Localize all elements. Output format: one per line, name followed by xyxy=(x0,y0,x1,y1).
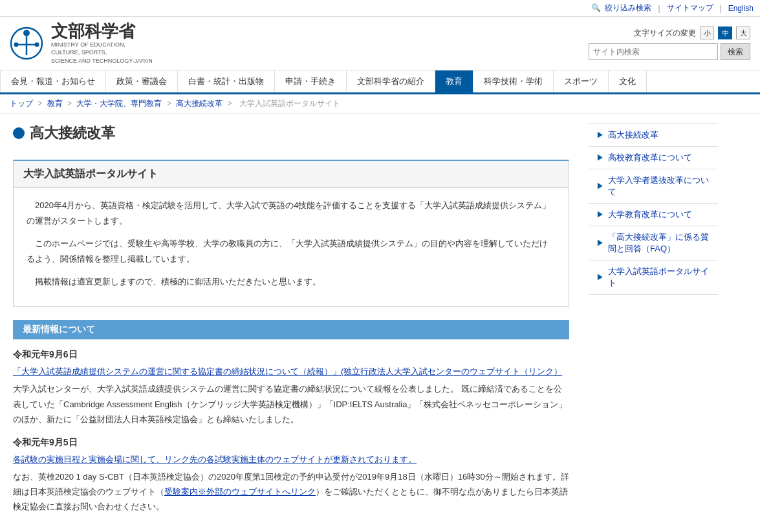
search-button[interactable]: 検索 xyxy=(721,43,750,60)
title-dot xyxy=(13,127,25,139)
main-nav: 会見・報道・お知らせ政策・審議会白書・統計・出版物申請・手続き文部科学省の紹介教… xyxy=(0,70,760,94)
nav-link[interactable]: 文化 xyxy=(609,70,647,92)
utility-bar: 🔍 絞り込み検索 | サイトマップ | English xyxy=(0,0,760,17)
sidebar-item-label: 大学入学者選抜改革について xyxy=(608,175,710,198)
sidebar-item-0[interactable]: ▶高大接続改革 xyxy=(589,123,718,147)
sidebar-item-1[interactable]: ▶高校教育改革について xyxy=(589,147,718,169)
sidebar: ▶高大接続改革▶高校教育改革について▶大学入学者選抜改革について▶大学教育改革に… xyxy=(582,114,724,529)
chevron-right-icon: ▶ xyxy=(596,130,604,141)
svg-point-5 xyxy=(35,43,39,47)
sidebar-item-3[interactable]: ▶大学教育改革について xyxy=(589,204,718,226)
nav-item: 会見・報道・お知らせ xyxy=(0,70,106,92)
breadcrumb: トップ > 教育 > 大学・大学院、専門教育 > 高大接続改革 > 大学入試英語… xyxy=(0,94,760,114)
news-entries: 令和元年9月6日「大学入試英語成績提供システムの運営に関する協定書の締結状況につ… xyxy=(13,349,569,514)
breadcrumb-separator: > xyxy=(36,99,45,108)
search-icon: 🔍 xyxy=(591,3,601,12)
news-body: 大学入試センターが、大学入試英語成績提供システムの運営に関する協定書の締結状況に… xyxy=(13,381,569,427)
search-input[interactable] xyxy=(589,43,718,60)
nav-link[interactable]: 白書・統計・出版物 xyxy=(178,70,275,92)
news-section: 最新情報について 令和元年9月6日「大学入試英語成績提供システムの運営に関する協… xyxy=(13,320,569,514)
nav-item: 文化 xyxy=(609,70,647,92)
breadcrumb-link[interactable]: 教育 xyxy=(47,99,63,108)
nav-link[interactable]: 申請・手続き xyxy=(275,70,347,92)
svg-point-1 xyxy=(23,30,30,36)
nav-link[interactable]: 科学技術・学術 xyxy=(473,70,554,92)
divider2: | xyxy=(720,4,722,13)
main-content: 高大接続改革 大学入試英語ポータルサイト 2020年4月から、英語資格・検定試験… xyxy=(0,114,582,529)
chevron-right-icon: ▶ xyxy=(596,272,604,283)
font-medium-btn[interactable]: 中 xyxy=(718,27,732,39)
news-link[interactable]: 各試験の実施日程と実施会場に関して、リンク先の各試験実施主体のウェブサイトが更新… xyxy=(13,454,569,465)
breadcrumb-link[interactable]: 大学・大学院、専門教育 xyxy=(76,99,162,108)
news-date: 令和元年9月5日 xyxy=(13,437,569,449)
page-title: 高大接続改革 xyxy=(30,123,115,143)
divider1: | xyxy=(658,4,660,13)
font-size-control: 文字サイズの変更 小 中 大 xyxy=(634,27,750,39)
sidebar-items-container: ▶高大接続改革▶高校教育改革について▶大学入学者選抜改革について▶大学教育改革に… xyxy=(589,123,718,295)
sidebar-item-label: 高大接続改革 xyxy=(608,129,658,141)
logo-text: 文部科学省 MINISTRY OF EDUCATION, CULTURE, SP… xyxy=(51,22,153,65)
page-container: 高大接続改革 大学入試英語ポータルサイト 2020年4月から、英語資格・検定試験… xyxy=(0,114,760,529)
header-right: 文字サイズの変更 小 中 大 検索 xyxy=(589,27,750,60)
breadcrumb-separator: > xyxy=(65,99,74,108)
content-para1: 2020年4月から、英語資格・検定試験を活用して、大学入試で英語の4技能を評価す… xyxy=(27,198,556,228)
advanced-search-link[interactable]: 🔍 絞り込み検索 xyxy=(591,3,651,14)
sidebar-item-2[interactable]: ▶大学入学者選抜改革について xyxy=(589,169,718,204)
news-inline-link[interactable]: 受験案内※外部のウェブサイトへリンク xyxy=(164,487,316,496)
breadcrumb-link[interactable]: トップ xyxy=(10,99,33,108)
font-large-btn[interactable]: 大 xyxy=(736,27,750,39)
sidebar-item-label: 大学教育改革について xyxy=(608,209,692,220)
sidebar-item-label: 高校教育改革について xyxy=(608,152,692,164)
sidebar-item-label: 大学入試英語ポータルサイト xyxy=(608,266,710,289)
sidebar-item-4[interactable]: ▶「高大接続改革」に係る質問と回答（FAQ） xyxy=(589,226,718,261)
logo-ministry: MINISTRY OF EDUCATION, CULTURE, SPORTS, … xyxy=(51,41,153,65)
nav-item: 文部科学省の紹介 xyxy=(347,70,435,92)
content-para2: このホームページでは、受験生や高等学校、大学の教職員の方に、「大学入試英語成績提… xyxy=(27,236,556,266)
chevron-right-icon: ▶ xyxy=(596,153,604,164)
nav-link[interactable]: スポーツ xyxy=(554,70,609,92)
nav-link[interactable]: 会見・報道・お知らせ xyxy=(0,70,106,92)
news-section-header: 最新情報について xyxy=(13,320,569,339)
news-link[interactable]: 「大学入試英語成績提供システムの運営に関する協定書の締結状況について（続報）」(… xyxy=(13,366,569,378)
chevron-right-icon: ▶ xyxy=(596,181,604,192)
content-box-body: 2020年4月から、英語資格・検定試験を活用して、大学入試で英語の4技能を評価す… xyxy=(14,188,569,306)
search-form: 検索 xyxy=(589,43,750,60)
header: 文部科学省 MINISTRY OF EDUCATION, CULTURE, SP… xyxy=(0,17,760,70)
chevron-right-icon: ▶ xyxy=(596,209,604,220)
nav-item: 教育 xyxy=(435,70,473,92)
content-box: 大学入試英語ポータルサイト 2020年4月から、英語資格・検定試験を活用して、大… xyxy=(13,160,569,307)
sitemap-link[interactable]: サイトマップ xyxy=(667,3,713,14)
nav-item: 申請・手続き xyxy=(275,70,347,92)
nav-link[interactable]: 文部科学省の紹介 xyxy=(347,70,435,92)
content-box-header: 大学入試英語ポータルサイト xyxy=(14,161,569,188)
svg-point-4 xyxy=(14,43,19,47)
logo-icon xyxy=(10,27,43,60)
breadcrumb-current: 大学入試英語ポータルサイト xyxy=(239,99,340,108)
content-para3: 掲載情報は適宜更新しますので、積極的に御活用いただきたいと思います。 xyxy=(27,274,556,289)
font-small-btn[interactable]: 小 xyxy=(700,27,714,39)
sidebar-item-5[interactable]: ▶大学入試英語ポータルサイト xyxy=(589,261,718,295)
header-left: 文部科学省 MINISTRY OF EDUCATION, CULTURE, SP… xyxy=(10,22,153,65)
nav-item: 科学技術・学術 xyxy=(473,70,554,92)
sidebar-item-label: 「高大接続改革」に係る質問と回答（FAQ） xyxy=(608,231,710,255)
english-link[interactable]: English xyxy=(728,4,754,13)
breadcrumb-link[interactable]: 高大接続改革 xyxy=(176,99,223,108)
breadcrumb-separator: > xyxy=(164,99,173,108)
chevron-right-icon: ▶ xyxy=(596,238,604,249)
news-body: なお、英検2020 1 day S-CBT（日本英語検定協会）の2020年度第1… xyxy=(13,469,569,515)
nav-item: 政策・審議会 xyxy=(106,70,178,92)
page-title-section: 高大接続改革 xyxy=(13,123,569,148)
breadcrumb-separator: > xyxy=(225,99,234,108)
nav-item: 白書・統計・出版物 xyxy=(178,70,275,92)
nav-link[interactable]: 政策・審議会 xyxy=(106,70,178,92)
news-date: 令和元年9月6日 xyxy=(13,349,569,361)
logo-kanji: 文部科学省 xyxy=(51,22,153,41)
nav-item: スポーツ xyxy=(554,70,609,92)
nav-link[interactable]: 教育 xyxy=(435,70,473,92)
font-size-label: 文字サイズの変更 xyxy=(634,28,696,39)
